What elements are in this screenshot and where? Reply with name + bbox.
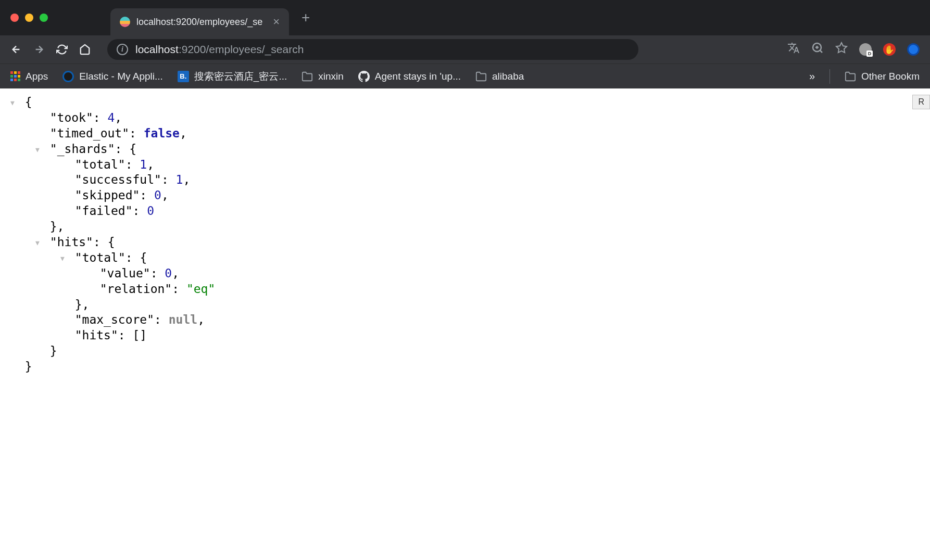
close-tab-icon[interactable]: × xyxy=(273,15,280,29)
extension-icon-2[interactable]: ✋ xyxy=(883,43,896,56)
extension-icon-3[interactable] xyxy=(907,43,920,56)
folder-icon xyxy=(475,71,487,82)
collapse-toggle-icon[interactable]: ▼ xyxy=(10,99,18,108)
zoom-icon[interactable] xyxy=(811,42,824,57)
back-button[interactable] xyxy=(10,44,22,55)
address-bar[interactable]: i localhost:9200/employees/_search xyxy=(107,39,638,60)
bookmark-github[interactable]: Agent stays in 'up... xyxy=(358,71,461,82)
star-icon[interactable] xyxy=(835,42,848,57)
bookmark-label: Elastic - My Appli... xyxy=(79,71,163,82)
apps-grid-icon xyxy=(10,71,20,81)
folder-icon xyxy=(301,71,313,82)
collapse-toggle-icon[interactable]: ▼ xyxy=(35,146,43,155)
toolbar-right: ✋ xyxy=(787,42,920,57)
raw-toggle-button[interactable]: R xyxy=(912,95,930,109)
tab-favicon-icon xyxy=(120,17,130,27)
github-icon xyxy=(358,71,370,82)
other-bookmarks[interactable]: Other Bookm xyxy=(845,71,920,82)
apps-label: Apps xyxy=(26,71,48,82)
bookmark-label: Agent stays in 'up... xyxy=(375,71,461,82)
maximize-window-button[interactable] xyxy=(40,14,48,22)
toolbar: i localhost:9200/employees/_search ✋ xyxy=(0,35,930,63)
reload-icon xyxy=(56,44,68,55)
collapse-toggle-icon[interactable]: ▼ xyxy=(60,254,68,263)
svg-marker-1 xyxy=(836,43,847,53)
site-info-icon[interactable]: i xyxy=(117,44,128,55)
bookmark-label: 搜索密云酒店_密云... xyxy=(194,70,287,83)
arrow-left-icon xyxy=(10,44,22,55)
new-tab-button[interactable]: + xyxy=(301,9,310,26)
arrow-right-icon xyxy=(33,44,45,55)
minimize-window-button[interactable] xyxy=(25,14,33,22)
browser-tab[interactable]: localhost:9200/employees/_se × xyxy=(110,8,289,35)
bookmark-alibaba[interactable]: alibaba xyxy=(475,71,524,82)
bookmark-booking[interactable]: B. 搜索密云酒店_密云... xyxy=(178,70,287,83)
url-text: localhost:9200/employees/_search xyxy=(135,43,304,56)
bookmark-xinxin[interactable]: xinxin xyxy=(301,71,344,82)
translate-icon[interactable] xyxy=(787,42,800,57)
folder-icon xyxy=(845,71,856,82)
close-window-button[interactable] xyxy=(10,14,19,22)
reload-button[interactable] xyxy=(56,44,68,55)
elastic-icon xyxy=(62,71,74,82)
json-viewer: R ▼ { "took": 4, "timed_out": false,▼ "_… xyxy=(0,88,930,381)
b-icon: B. xyxy=(178,71,189,82)
bookmark-label: alibaba xyxy=(492,71,524,82)
bookmark-elastic[interactable]: Elastic - My Appli... xyxy=(62,71,163,82)
other-bookmarks-label: Other Bookm xyxy=(861,71,920,82)
home-button[interactable] xyxy=(79,44,91,55)
bookmarks-bar: Apps Elastic - My Appli... B. 搜索密云酒店_密云.… xyxy=(0,63,930,88)
forward-button[interactable] xyxy=(33,44,45,55)
bookmarks-separator xyxy=(830,69,830,84)
extension-icon-1[interactable] xyxy=(859,43,872,56)
window-controls xyxy=(10,14,48,22)
tab-title: localhost:9200/employees/_se xyxy=(136,17,262,28)
bookmark-label: xinxin xyxy=(318,71,344,82)
bookmarks-overflow-icon[interactable]: » xyxy=(809,70,815,82)
collapse-toggle-icon[interactable]: ▼ xyxy=(35,239,43,248)
home-icon xyxy=(79,44,91,55)
apps-button[interactable]: Apps xyxy=(10,71,48,82)
titlebar: localhost:9200/employees/_se × + xyxy=(0,0,930,35)
